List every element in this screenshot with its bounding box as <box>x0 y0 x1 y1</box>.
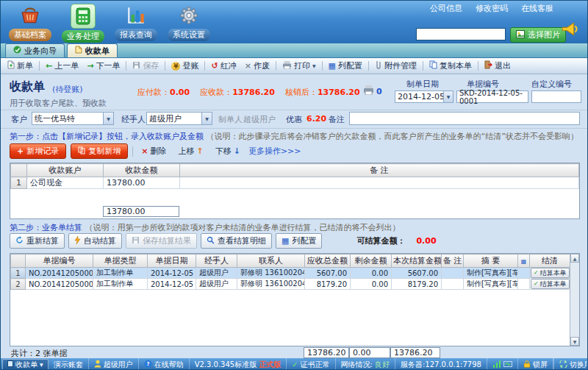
nav-business-process[interactable]: 业务处理 <box>60 4 107 43</box>
column-config2-button[interactable]: ▦ 列配置 <box>276 233 322 249</box>
change-password-link[interactable]: 修改密码 <box>476 3 508 14</box>
lock-icon <box>523 360 531 369</box>
print-count-area[interactable]: 0 <box>363 85 382 97</box>
col-settled[interactable]: 结清 <box>530 255 570 268</box>
app-window: 公司信息 修改密码 在线客服 基础档案 业务处理 报表查询 <box>0 0 588 370</box>
table-row[interactable]: 1 公司现金 13780.00 <box>11 177 579 189</box>
receivable-label: 应收款： <box>200 88 232 97</box>
nav-report-query[interactable]: 报表查询 <box>112 4 159 43</box>
delete-row-button[interactable]: × 删除 <box>137 144 170 158</box>
col-contact[interactable]: 联系人 <box>237 255 305 268</box>
copy-add-label: 复制新增 <box>88 146 121 157</box>
col-doc-type[interactable]: 单据类型 <box>93 255 148 268</box>
post-ledger-button[interactable]: ¥ 登账 <box>168 59 202 73</box>
scroll-down-button[interactable]: ▼ <box>570 337 579 346</box>
move-up-button[interactable]: 上移 ↑ <box>174 144 207 158</box>
col-remaining[interactable]: 剩余金额 <box>351 255 392 268</box>
lock-screen-button[interactable]: 锁屏 <box>518 358 553 370</box>
void-button[interactable]: × 作废 <box>241 59 273 73</box>
amount-summary: 应付款：0.00 应收款：13786.20 核销后：13786.20 <box>137 87 360 98</box>
custom-number-field[interactable] <box>531 90 581 103</box>
prev-doc-button[interactable]: ← 上一单 <box>42 59 82 73</box>
tab-receipt[interactable]: 收款单 <box>67 43 118 57</box>
view-settlement-detail-button[interactable]: 查看结算明细 <box>201 233 272 249</box>
delete-label: 删除 <box>150 146 166 157</box>
red-flush-button[interactable]: ↺ 红冲 <box>207 59 240 73</box>
nav-label-system-settings: 系统设置 <box>168 29 210 41</box>
col-remark[interactable]: 备 注 <box>442 255 464 268</box>
new-doc-button[interactable]: 新单 <box>4 59 37 73</box>
move-down-button[interactable]: 下移 ↓ <box>212 144 244 158</box>
col-total-receivable[interactable]: 应收总金额 <box>305 255 351 268</box>
col-row-index <box>11 164 27 177</box>
more-operations-link[interactable]: 更多操作>>> <box>248 146 301 157</box>
column-options-button[interactable]: ▦ <box>518 255 530 268</box>
col-summary[interactable]: 摘 要 <box>464 255 518 268</box>
cell-remark <box>442 279 464 290</box>
settle-this-doc-button[interactable]: ✓ 结算本单 <box>531 279 570 289</box>
horn-icon[interactable] <box>560 21 578 40</box>
vertical-scrollbar[interactable]: ▲ ▼ <box>570 254 579 346</box>
exit-button[interactable]: 退出 <box>481 59 514 73</box>
col-doc-number[interactable]: 单据编号 <box>26 255 93 268</box>
server-label: 服务器:127.0.0.1:7798 <box>401 360 481 370</box>
select-image-label: 选择图片 <box>528 29 560 40</box>
toolbar-separator <box>126 61 126 71</box>
certificate-item[interactable]: ✓ 证书正常 <box>287 358 335 370</box>
doc-number-field[interactable]: SKD-2014-12-05-0001 <box>456 90 528 103</box>
print-button[interactable]: 打印 ▼ <box>279 59 320 73</box>
account-set-item[interactable]: 演示账套 <box>49 358 89 370</box>
doc-date-select[interactable]: 2014-12-05 ▼ <box>395 90 453 103</box>
nav-system-settings[interactable]: 系统设置 <box>165 4 212 43</box>
refresh-icon <box>15 236 24 246</box>
account-set-label: 演示账套 <box>54 360 83 370</box>
add-record-button[interactable]: + 新增记录 <box>10 143 66 159</box>
top-links: 公司信息 修改密码 在线客服 <box>430 3 553 14</box>
void-label: 作废 <box>254 60 270 71</box>
attachments-button[interactable]: 附件管理 <box>371 59 420 73</box>
scroll-up-button[interactable]: ▲ <box>570 254 579 263</box>
creator-label: 制单人 <box>218 114 243 125</box>
new-doc-label: 新单 <box>17 60 33 71</box>
paperclip-icon <box>375 60 382 71</box>
settlement-row[interactable]: 1 NO.201412050001 加工制作单 2014-12-05 超级用户 … <box>11 268 570 279</box>
col-doc-date[interactable]: 单据日期 <box>148 255 196 268</box>
handler-select[interactable]: 超级用户 ▼ <box>146 112 212 125</box>
search-input[interactable] <box>416 28 506 40</box>
col-receipt-amount[interactable]: 收款金额 <box>104 164 180 177</box>
col-settle-amount[interactable]: 本次结算金额 <box>392 255 442 268</box>
remaining-sum: 0.00 <box>349 347 390 358</box>
auto-settle-button[interactable]: 自动结算 <box>68 233 122 249</box>
save-settlement-button[interactable]: 保存结算结果 <box>126 233 197 249</box>
switch-user-label: 切换用户 <box>570 360 588 370</box>
next-doc-button[interactable]: → 下一单 <box>83 59 123 73</box>
settle-this-doc-button[interactable]: ✓ 结算本单 <box>531 268 570 278</box>
copy-doc-button[interactable]: 复制本单 <box>426 59 476 73</box>
chevron-down-icon[interactable]: ▼ <box>443 91 453 102</box>
doc-type-menu-button[interactable]: 收款单 ▼ <box>2 359 49 370</box>
table-header-row: 单据编号 单据类型 单据日期 经手人 联系人 应收总金额 剩余金额 本次结算金额… <box>11 255 570 268</box>
online-help-item[interactable]: ? 在线帮助 <box>139 358 190 370</box>
col-remark[interactable]: 备 注 <box>180 164 579 177</box>
switch-user-button[interactable]: 切换用户 <box>553 358 588 370</box>
settlement-row[interactable]: 2 NO.201412050002 加工制作单 2014-12-05 超级用户 … <box>11 279 570 290</box>
remark-input[interactable] <box>349 112 580 125</box>
resettle-button[interactable]: 重新结算 <box>10 233 65 249</box>
copy-add-button[interactable]: 复制新增 <box>71 143 128 159</box>
current-user-item[interactable]: 超级用户 <box>89 358 139 370</box>
col-receipt-account[interactable]: 收款账户 <box>27 164 104 177</box>
nav-basic-archives[interactable]: 基础档案 <box>7 4 54 43</box>
chevron-down-icon[interactable]: ▼ <box>103 113 113 124</box>
column-config-button[interactable]: ▦ 列配置 <box>325 59 366 73</box>
next-icon: → <box>87 62 93 70</box>
remark-label: 备注 <box>329 114 345 125</box>
network-value: 良好 <box>375 360 390 370</box>
online-service-link[interactable]: 在线客服 <box>521 3 553 14</box>
customer-select[interactable]: 统一优马特 ▼ <box>32 112 114 125</box>
chevron-down-icon[interactable]: ▼ <box>201 113 212 124</box>
tab-business-wizard[interactable]: 业务向导 <box>5 43 65 57</box>
select-image-button[interactable]: 选择图片 <box>510 27 566 43</box>
company-info-link[interactable]: 公司信息 <box>430 3 462 14</box>
col-handler[interactable]: 经手人 <box>196 255 237 268</box>
save-button[interactable]: 保存 <box>129 59 162 73</box>
